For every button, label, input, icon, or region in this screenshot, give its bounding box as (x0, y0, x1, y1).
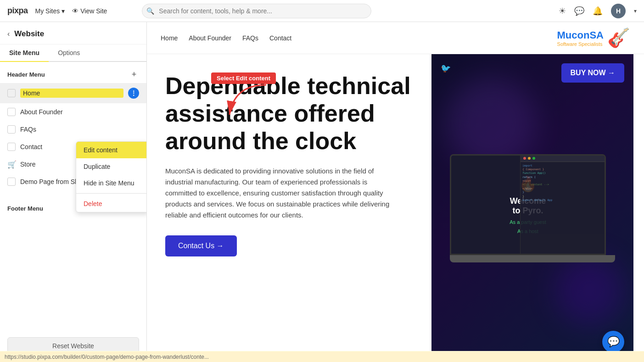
eye-icon: 👁 (72, 7, 78, 15)
tab-site-menu[interactable]: Site Menu (0, 45, 49, 61)
nav-link-faqs[interactable]: FAQs (242, 34, 258, 42)
tab-options[interactable]: Options (49, 45, 89, 61)
page-icon (7, 143, 16, 151)
laptop-mockup: 🔥 Welcometo Pyro. As a party guest As a … (450, 154, 615, 262)
about-founder-menu-label: About Founder (20, 108, 139, 116)
contact-us-button[interactable]: Contact Us → (165, 235, 237, 256)
app-logo: pixpa (7, 6, 28, 16)
twitter-icon: 🐦 (441, 63, 451, 73)
purple-glow-2 (555, 256, 624, 325)
status-url: https://studio.pixpa.com/builder/0/custo… (5, 354, 209, 360)
topbar: pixpa My Sites ▾ 👁 View Site 🔍 ☀ 💬 🔔 H ▾ (0, 0, 644, 22)
website-preview: Home About Founder FAQs Contact MuconSA … (147, 22, 644, 362)
add-header-menu-item-button[interactable]: + (129, 69, 139, 79)
hero-title: Dependable technical assistance offered … (165, 72, 413, 155)
page-icon (7, 125, 16, 134)
context-menu-duplicate[interactable]: Duplicate (76, 158, 147, 175)
bell-icon[interactable]: 🔔 (593, 6, 603, 16)
buy-now-button[interactable]: BUY NOW → (561, 63, 624, 83)
cart-icon: 🛒 (7, 160, 16, 168)
preview-nav: Home About Founder FAQs Contact MuconSA … (147, 22, 644, 54)
search-icon: 🔍 (146, 7, 154, 15)
logo-text: MuconSA (557, 29, 604, 41)
page-icon (7, 178, 16, 186)
dark-overlay: BUY NOW → 🐦 🔥 Welcometo Pyro. As a party… (431, 54, 633, 362)
sidebar-item-home[interactable]: Home ⋮ (0, 83, 146, 103)
guitar-icon: 🎸 (607, 27, 630, 49)
sidebar-header: ‹ Website (0, 22, 146, 45)
page-icon (7, 89, 16, 97)
my-sites-menu[interactable]: My Sites ▾ (35, 7, 65, 15)
home-menu-options-button[interactable]: ⋮ (128, 88, 139, 99)
chevron-down-icon: ▾ (62, 7, 65, 15)
avatar[interactable]: H (611, 4, 626, 18)
preview-body: Dependable technical assistance offered … (147, 54, 644, 362)
topbar-right-actions: ☀ 💬 🔔 H ▾ (559, 4, 637, 18)
view-site-link[interactable]: 👁 View Site (72, 7, 107, 15)
preview-logo: MuconSA Software Specialists 🎸 (557, 27, 630, 49)
sidebar: ‹ Website Site Menu Options Header Menu … (0, 22, 147, 362)
chat-bubble-button[interactable]: 💬 (602, 331, 624, 353)
header-menu-section: Header Menu + (0, 62, 146, 83)
my-sites-label: My Sites (35, 7, 60, 15)
laptop-screen: 🔥 Welcometo Pyro. As a party guest As a … (450, 154, 606, 255)
preview-hero-section: Dependable technical assistance offered … (147, 54, 431, 362)
sidebar-title: Website (14, 29, 44, 39)
context-menu-delete[interactable]: Delete (76, 195, 147, 212)
hero-description: MuconSA is dedicated to providing innova… (165, 166, 395, 221)
faqs-menu-label: FAQs (20, 126, 139, 133)
preview-area: Select Edit content Home About Founder F… (147, 22, 644, 362)
search-input[interactable] (142, 4, 371, 18)
back-icon[interactable]: ‹ (7, 30, 10, 38)
laptop-base (450, 255, 615, 262)
sun-icon[interactable]: ☀ (559, 6, 566, 16)
preview-hero-image: BUY NOW → 🐦 🔥 Welcometo Pyro. As a party… (431, 54, 633, 362)
nav-link-contact[interactable]: Contact (269, 34, 291, 42)
context-menu: Edit content Duplicate Hide in Site Menu… (76, 141, 147, 212)
chat-icon[interactable]: 💬 (574, 6, 584, 16)
search-bar: 🔍 (142, 4, 371, 18)
main-layout: ‹ Website Site Menu Options Header Menu … (0, 22, 644, 362)
page-icon (7, 108, 16, 116)
avatar-dropdown-icon[interactable]: ▾ (634, 8, 637, 14)
sidebar-item-about-founder[interactable]: About Founder (0, 103, 146, 121)
header-menu-title: Header Menu (7, 71, 45, 78)
sidebar-tabs: Site Menu Options (0, 45, 146, 62)
nav-link-about[interactable]: About Founder (189, 34, 231, 42)
logo-sub: Software Specialists (557, 41, 604, 47)
view-site-label: View Site (80, 7, 107, 15)
context-menu-edit-content[interactable]: Edit content (76, 142, 147, 158)
status-bar: https://studio.pixpa.com/builder/0/custo… (0, 351, 644, 362)
context-menu-hide[interactable]: Hide in Site Menu (76, 175, 147, 191)
preview-nav-links: Home About Founder FAQs Contact (161, 34, 291, 42)
footer-menu-title: Footer Menu (7, 205, 43, 212)
sidebar-item-faqs[interactable]: FAQs (0, 121, 146, 138)
nav-link-home[interactable]: Home (161, 34, 178, 42)
home-menu-label: Home (20, 89, 123, 98)
